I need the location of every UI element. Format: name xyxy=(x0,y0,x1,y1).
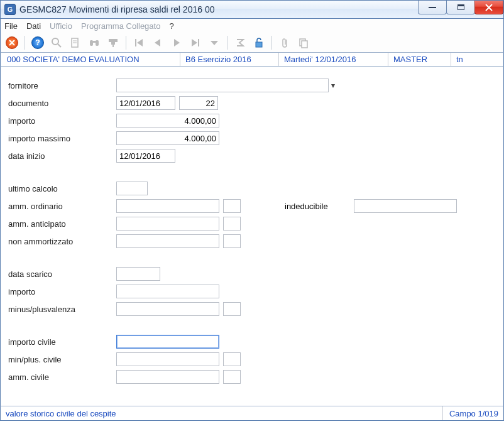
amm-anticipato-field[interactable] xyxy=(116,217,219,231)
documento-date-field[interactable] xyxy=(116,96,175,110)
help-button[interactable]: ? xyxy=(30,35,45,50)
amm-civile-flag-field[interactable] xyxy=(223,370,241,384)
svg-line-5 xyxy=(58,44,61,47)
amm-anticipato-flag-field[interactable] xyxy=(223,217,241,231)
toolbar-separator xyxy=(227,36,227,50)
window-minimize-button[interactable] xyxy=(418,1,447,14)
label-min-plus-civile: min/plus. civile xyxy=(8,355,116,364)
importo-civile-field[interactable] xyxy=(116,335,219,349)
info-terminal: tn xyxy=(452,53,467,66)
importo-field[interactable] xyxy=(116,114,219,128)
binoculars-icon xyxy=(89,37,100,48)
menu-help[interactable]: ? xyxy=(169,21,173,31)
attach-button xyxy=(277,35,292,50)
svg-marker-16 xyxy=(137,39,143,46)
non-ammortizzato-flag-field[interactable] xyxy=(223,234,241,248)
maximize-icon xyxy=(457,4,464,10)
label-importo: importo xyxy=(8,116,116,126)
amm-ordinario-flag-field[interactable] xyxy=(223,199,241,213)
svg-marker-18 xyxy=(174,39,180,46)
label-non-ammortizzato: non ammortizzato xyxy=(8,237,116,246)
search-icon xyxy=(51,37,62,48)
window-close-button[interactable] xyxy=(474,1,503,14)
dropdown-nav-button xyxy=(207,35,222,50)
documento-num-field[interactable] xyxy=(179,96,218,110)
non-ammortizzato-field[interactable] xyxy=(116,234,219,248)
min-plus-civile-flag-field[interactable] xyxy=(223,352,241,366)
data-inizio-field[interactable] xyxy=(116,149,175,163)
label-minus-plus: minus/plusvalenza xyxy=(8,305,116,314)
help-icon: ? xyxy=(31,36,44,49)
fornitore-field[interactable] xyxy=(116,79,329,92)
minus-plus-field[interactable] xyxy=(116,302,219,316)
nav-next-icon xyxy=(172,38,182,48)
svg-rect-20 xyxy=(198,39,199,46)
amm-ordinario-field[interactable] xyxy=(116,199,219,213)
app-icon: G xyxy=(4,4,16,15)
svg-point-4 xyxy=(52,38,58,45)
indeducibile-field[interactable] xyxy=(354,199,457,213)
toolbar-separator xyxy=(271,36,272,50)
status-hint: valore storico civile del cespite xyxy=(6,409,116,418)
svg-rect-22 xyxy=(256,42,262,47)
minus-plus-flag-field[interactable] xyxy=(223,302,241,316)
label-importo2: importo xyxy=(8,287,116,296)
label-fornitore: fornitore xyxy=(8,81,116,90)
chevron-down-icon xyxy=(209,38,219,48)
sum-button xyxy=(233,35,248,50)
toolbar-separator xyxy=(25,36,25,50)
svg-rect-13 xyxy=(111,42,115,45)
menu-programma[interactable]: Programma Collegato xyxy=(81,21,160,31)
paperclip-icon xyxy=(280,37,290,48)
search-button xyxy=(49,35,64,50)
svg-marker-19 xyxy=(192,39,197,46)
importo2-field[interactable] xyxy=(116,285,219,298)
copy-icon xyxy=(298,37,309,48)
info-bar: 000 SOCIETA' DEMO EVALUATION B6 Esercizi… xyxy=(0,53,504,67)
cancel-button[interactable] xyxy=(4,35,19,50)
nav-prev-icon xyxy=(153,38,163,48)
svg-rect-14 xyxy=(112,45,114,47)
label-data-inizio: data inizio xyxy=(8,151,116,161)
svg-marker-17 xyxy=(155,39,160,46)
label-amm-anticipato: amm. anticipato xyxy=(8,219,116,229)
form-area: fornitore ▾ documento importo importo ma… xyxy=(0,67,504,406)
label-documento: documento xyxy=(8,99,116,108)
window-maximize-button[interactable] xyxy=(446,1,475,14)
importo-massimo-field[interactable] xyxy=(116,131,219,145)
window-title: GESMC827 Movimenti di ripresa saldi rel … xyxy=(19,4,214,14)
unlock-icon xyxy=(253,37,265,48)
sigma-icon xyxy=(235,38,245,48)
document-button xyxy=(68,35,83,50)
filter-icon xyxy=(107,37,119,48)
toolbar: ? xyxy=(0,33,504,53)
nav-first-button xyxy=(131,35,146,50)
window-titlebar: G GESMC827 Movimenti di ripresa saldi re… xyxy=(0,0,504,19)
svg-rect-10 xyxy=(96,40,99,46)
menu-bar: File Dati Ufficio Programma Collegato ? xyxy=(0,19,504,33)
label-data-scarico: data scarico xyxy=(8,269,116,279)
nav-next-button xyxy=(169,35,184,50)
menu-ufficio[interactable]: Ufficio xyxy=(50,21,72,31)
menu-file[interactable]: File xyxy=(4,21,18,31)
unlock-button[interactable] xyxy=(251,35,266,50)
label-importo-massimo: importo massimo xyxy=(8,134,116,143)
info-company: 000 SOCIETA' DEMO EVALUATION xyxy=(3,53,180,66)
svg-rect-11 xyxy=(93,41,96,43)
toolbar-separator xyxy=(126,36,126,50)
data-scarico-field[interactable] xyxy=(116,267,160,281)
nav-prev-button xyxy=(150,35,165,50)
fornitore-dropdown[interactable]: ▾ xyxy=(329,79,337,92)
nav-last-icon xyxy=(190,38,200,48)
label-ultimo-calcolo: ultimo calcolo xyxy=(8,184,116,193)
label-indeducibile: indeducibile xyxy=(285,202,354,211)
info-user: MASTER xyxy=(390,53,451,66)
info-exercise: B6 Esercizio 2016 xyxy=(182,53,279,66)
menu-dati[interactable]: Dati xyxy=(26,21,41,31)
svg-rect-9 xyxy=(90,40,93,46)
ultimo-calcolo-field[interactable] xyxy=(116,182,148,195)
min-plus-civile-field[interactable] xyxy=(116,352,219,366)
amm-civile-field[interactable] xyxy=(116,370,219,384)
document-icon xyxy=(70,37,81,48)
label-amm-civile: amm. civile xyxy=(8,372,116,382)
